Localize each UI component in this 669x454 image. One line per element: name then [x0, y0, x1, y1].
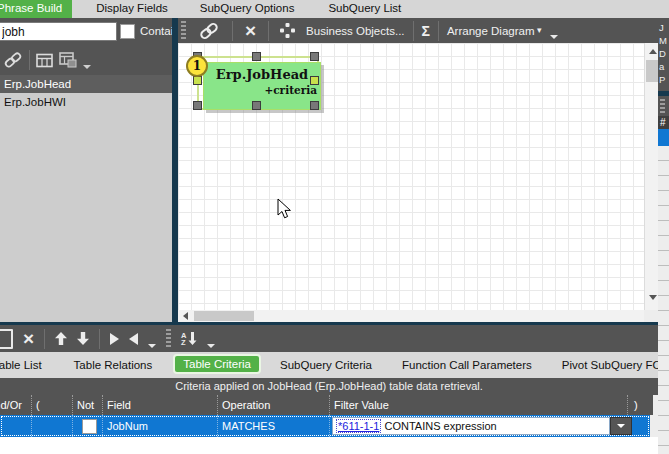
delete-table-button[interactable]: × [241, 21, 260, 40]
selection-handle-top-right[interactable] [310, 52, 319, 61]
connector-handle-right[interactable] [310, 76, 319, 85]
diagram-toolbar: × Business Objects... Σ Arrange Diagram … [178, 18, 660, 43]
baq-designer-window: Phrase Build Display Fields SubQuery Opt… [0, 0, 669, 454]
selection-handle-bottom-right[interactable] [310, 101, 319, 110]
toolbar-separator [99, 329, 100, 349]
next-record-button[interactable] [110, 333, 119, 345]
sliver-grid-rows [658, 146, 669, 454]
toolbar-separator [413, 21, 414, 41]
contains-checkbox[interactable] [120, 24, 135, 39]
tab-phrase-build[interactable]: Phrase Build [0, 0, 72, 18]
arrow-down-icon [188, 332, 197, 345]
arrow-down-icon [77, 332, 89, 345]
cell-operation[interactable]: MATCHES [218, 415, 330, 437]
filter-value-dropdown-button[interactable] [610, 417, 632, 435]
right-clipped-panel: JMDaP # [658, 0, 669, 454]
business-objects-button[interactable]: Business Objects... [306, 25, 404, 37]
tab-pivot-subquery-for-clause[interactable]: Pivot SubQuery FOR Clause [551, 359, 658, 371]
arrange-diagram-button[interactable]: Arrange Diagram ▾ [447, 25, 542, 37]
tab-display-fields[interactable]: Display Fields [86, 0, 178, 18]
triangle-right-icon [110, 333, 119, 345]
new-page-icon [0, 329, 13, 349]
chevron-down-icon[interactable] [148, 344, 156, 348]
diagram-canvas[interactable]: Erp.JobHead +criteria 1 [178, 43, 644, 310]
criteria-caption: Criteria applied on JobHead (Erp.JobHead… [0, 378, 658, 395]
move-down-button[interactable] [77, 332, 89, 345]
filter-expression-link[interactable]: *611-1-1 [336, 419, 381, 433]
tab-subquery-criteria[interactable]: SubQuery Criteria [269, 359, 383, 371]
selection-handle-top-mid[interactable] [252, 52, 261, 61]
scroll-left-arrow-icon[interactable] [183, 312, 188, 320]
header-open-paren[interactable]: ( [32, 395, 73, 415]
subquery-tab-strip: Phrase Build Display Fields SubQuery Opt… [0, 0, 669, 18]
delete-row-button[interactable]: × [23, 329, 34, 348]
chevron-down-icon[interactable] [83, 65, 91, 69]
grid-empty-area [0, 437, 658, 454]
relations-button[interactable] [277, 22, 298, 39]
summation-button[interactable]: Σ [422, 23, 430, 39]
header-operation[interactable]: Operation [218, 395, 330, 415]
new-row-button[interactable] [0, 329, 13, 349]
diagram-node-jobhead[interactable]: Erp.JobHead +criteria [203, 62, 321, 110]
horizontal-scroll-thumb[interactable] [194, 311, 254, 321]
header-and-or[interactable]: And/Or [0, 395, 32, 415]
x-icon: × [23, 328, 34, 349]
header-filter-value[interactable]: Filter Value [330, 395, 628, 415]
scroll-down-arrow-icon[interactable] [649, 295, 657, 300]
header-close-paren[interactable]: ) [628, 395, 653, 415]
selection-handle-bottom-mid[interactable] [252, 101, 261, 110]
tab-subquery-options[interactable]: SubQuery Options [190, 0, 305, 18]
chevron-down-icon[interactable] [207, 344, 215, 348]
header-field[interactable]: Field [103, 395, 218, 415]
toolbar-separator [44, 329, 45, 349]
cell-filter-value[interactable]: *611-1-1 CONTAINS expression [330, 415, 650, 437]
header-not[interactable]: Not [73, 395, 103, 415]
table-alt-icon [59, 52, 77, 68]
link-tables-button[interactable] [194, 22, 224, 40]
arrow-up-icon [55, 332, 67, 345]
sort-az-icon: AZ [181, 332, 186, 346]
tab-table-criteria[interactable]: Table Criteria [173, 354, 261, 374]
table-search-input[interactable] [0, 22, 117, 41]
cell-not[interactable] [73, 415, 103, 437]
criteria-grid-row[interactable]: JobNum MATCHES *611-1-1 CONTAINS express… [0, 415, 650, 437]
table-search-panel: Contains Erp.JobHead Erp.Job [0, 18, 172, 322]
toolbar-overflow-caret[interactable] [550, 35, 558, 39]
filter-value-combo[interactable]: *611-1-1 CONTAINS expression [332, 417, 610, 435]
selection-handle-bottom-left[interactable] [193, 101, 202, 110]
x-icon: × [245, 20, 256, 41]
chevron-down-icon [617, 424, 625, 428]
sort-button[interactable]: AZ [181, 332, 196, 346]
tab-table-relations[interactable]: Table Relations [63, 359, 164, 371]
toolbar-grip[interactable] [181, 21, 186, 41]
chain-link-icon [3, 52, 23, 68]
sliver-selected-row [658, 129, 669, 146]
link-table-button[interactable] [3, 52, 23, 68]
not-checkbox[interactable] [82, 419, 97, 434]
share-nodes-icon [279, 22, 296, 39]
node-criteria-link[interactable]: +criteria [204, 84, 320, 96]
tab-subquery-list[interactable]: SubQuery List [318, 0, 411, 18]
scroll-up-arrow-icon[interactable] [649, 49, 657, 54]
grid-alt-button[interactable] [59, 52, 77, 68]
table-results-list: Erp.JobHead Erp.JobHWI [0, 75, 172, 322]
sliver-toolbar-fragment [658, 96, 669, 116]
cell-open-paren[interactable] [32, 415, 73, 437]
table-list-item-jobhwi[interactable]: Erp.JobHWI [0, 93, 172, 111]
cell-and-or[interactable] [0, 415, 32, 437]
connector-handle-left[interactable] [193, 76, 202, 85]
move-up-button[interactable] [55, 332, 67, 345]
toolbar-separator [438, 21, 439, 41]
criteria-grid-header: And/Or ( Not Field Operation Filter Valu… [0, 395, 653, 415]
tab-function-call-parameters[interactable]: Function Call Parameters [391, 359, 543, 371]
node-order-badge: 1 [186, 55, 208, 77]
previous-record-button[interactable] [129, 333, 138, 345]
grid-view-button[interactable] [36, 53, 53, 68]
triangle-left-icon [129, 333, 138, 345]
tab-table-list[interactable]: Table List [0, 359, 53, 371]
canvas-horizontal-scrollbar[interactable] [178, 310, 644, 322]
toolbar-grip[interactable] [166, 329, 171, 349]
chevron-down-icon: ▾ [535, 25, 542, 35]
cell-field[interactable]: JobNum [103, 415, 218, 437]
table-list-item-jobhead[interactable]: Erp.JobHead [0, 75, 172, 93]
